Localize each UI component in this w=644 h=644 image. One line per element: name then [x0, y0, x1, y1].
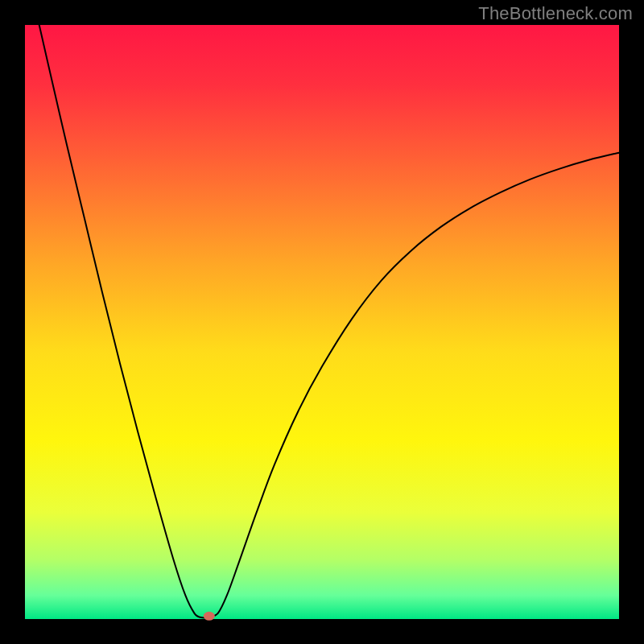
chart-frame: TheBottleneck.com [0, 0, 644, 644]
bottleneck-chart [0, 0, 644, 644]
plot-background [25, 25, 619, 619]
optimal-point-marker [204, 612, 215, 621]
